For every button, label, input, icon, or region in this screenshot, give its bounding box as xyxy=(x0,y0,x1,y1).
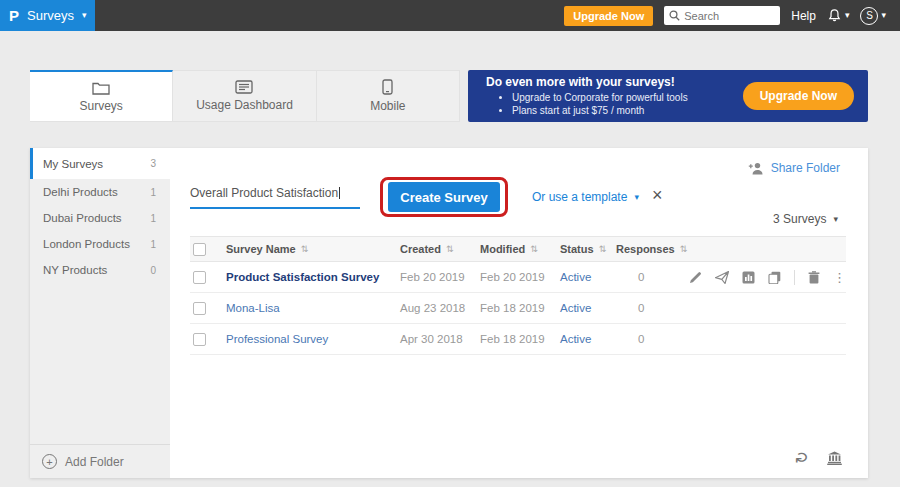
plus-circle-icon: + xyxy=(42,454,57,469)
modified-date: Feb 18 2019 xyxy=(480,302,560,314)
sort-icon[interactable]: ⇅ xyxy=(301,244,309,254)
create-survey-button[interactable]: Create Survey xyxy=(388,182,500,212)
chevron-down-icon: ▾ xyxy=(833,215,838,224)
folder-count: 0 xyxy=(150,265,156,276)
folder-count: 3 xyxy=(150,158,156,169)
folder-label: Delhi Products xyxy=(43,186,118,198)
restore-icon[interactable]: ↻ xyxy=(793,451,811,464)
row-checkbox[interactable] xyxy=(193,302,206,315)
banner-upgrade-button[interactable]: Upgrade Now xyxy=(743,82,854,110)
created-date: Apr 30 2018 xyxy=(400,333,480,345)
col-responses[interactable]: Responses xyxy=(616,243,675,255)
survey-name-link[interactable]: Product Satisfaction Survey xyxy=(226,271,379,283)
table-row: Professional Survey Apr 30 2018 Feb 18 2… xyxy=(190,324,846,355)
folder-label: Dubai Products xyxy=(43,212,122,224)
search-icon xyxy=(669,10,680,21)
report-chart-icon[interactable] xyxy=(742,271,755,284)
folder-count: 1 xyxy=(150,239,156,250)
tab-mobile[interactable]: Mobile xyxy=(317,71,459,121)
surveys-count-dropdown[interactable]: 3 Surveys ▾ xyxy=(773,212,838,226)
tab-usage-dashboard[interactable]: Usage Dashboard xyxy=(173,71,316,121)
status-badge[interactable]: Active xyxy=(560,302,591,314)
responses-count: 0 xyxy=(616,271,678,283)
folder-label: NY Products xyxy=(43,264,107,276)
sort-icon[interactable]: ⇅ xyxy=(680,244,688,254)
account-menu[interactable]: S ▾ xyxy=(860,7,886,25)
chevron-down-icon: ▾ xyxy=(881,11,886,20)
avatar: S xyxy=(860,7,878,25)
app-menu[interactable]: P Surveys ▾ xyxy=(0,0,95,31)
mobile-icon xyxy=(382,79,393,95)
chevron-down-icon: ▾ xyxy=(82,11,87,20)
app-logo-icon: P xyxy=(9,7,19,24)
responses-count: 0 xyxy=(616,333,678,345)
banner-bullet: Upgrade to Corporate for powerful tools xyxy=(512,91,688,105)
close-icon[interactable]: × xyxy=(652,185,663,206)
chevron-down-icon: ▾ xyxy=(845,11,850,20)
survey-bank-icon[interactable] xyxy=(827,451,842,465)
sidebar-item-london-products[interactable]: London Products 1 xyxy=(30,231,170,257)
sidebar-item-dubai-products[interactable]: Dubai Products 1 xyxy=(30,205,170,231)
table-row: Mona-Lisa Aug 23 2018 Feb 18 2019 Active… xyxy=(190,293,846,324)
section-tabs: Surveys Usage Dashboard Mobile xyxy=(30,70,460,122)
row-checkbox[interactable] xyxy=(193,333,206,346)
status-badge[interactable]: Active xyxy=(560,333,591,345)
add-folder-button[interactable]: + Add Folder xyxy=(30,444,170,478)
sidebar-item-delhi-products[interactable]: Delhi Products 1 xyxy=(30,179,170,205)
upgrade-now-button[interactable]: Upgrade Now xyxy=(564,6,653,26)
col-status[interactable]: Status xyxy=(560,243,594,255)
sort-icon[interactable]: ⇅ xyxy=(599,244,607,254)
help-link[interactable]: Help xyxy=(791,9,816,23)
search-input[interactable] xyxy=(684,10,769,22)
folder-tools: ↻ xyxy=(795,450,842,465)
content-card: My Surveys 3 Delhi Products 1 Dubai Prod… xyxy=(30,148,868,478)
add-folder-label: Add Folder xyxy=(65,455,124,469)
created-date: Feb 20 2019 xyxy=(400,271,480,283)
col-survey-name[interactable]: Survey Name xyxy=(226,243,296,255)
col-created[interactable]: Created xyxy=(400,243,441,255)
use-template-dropdown[interactable]: Or use a template ▾ xyxy=(532,190,639,204)
modified-date: Feb 18 2019 xyxy=(480,333,560,345)
col-modified[interactable]: Modified xyxy=(480,243,525,255)
survey-name-link[interactable]: Mona-Lisa xyxy=(226,302,280,314)
table-header: Survey Name⇅ Created⇅ Modified⇅ Status⇅ … xyxy=(190,236,846,262)
modified-date: Feb 20 2019 xyxy=(480,271,560,283)
row-checkbox[interactable] xyxy=(193,271,206,284)
tab-label: Mobile xyxy=(370,99,405,113)
chevron-down-icon: ▾ xyxy=(634,193,639,202)
folder-label: London Products xyxy=(43,238,130,250)
responses-count: 0 xyxy=(616,302,678,314)
share-folder-button[interactable]: Share Folder xyxy=(748,161,840,175)
text-cursor xyxy=(339,187,340,199)
sidebar-item-my-surveys[interactable]: My Surveys 3 xyxy=(30,148,170,179)
more-options-icon[interactable]: ⋮ xyxy=(833,271,846,284)
upgrade-banner: Do even more with your surveys! Upgrade … xyxy=(468,70,868,122)
copy-icon[interactable] xyxy=(768,271,781,284)
surveys-pane: Share Folder Overall Product Satisfactio… xyxy=(170,148,868,478)
folder-icon xyxy=(92,81,110,95)
banner-bullet: Plans start at just $75 / month xyxy=(512,104,688,118)
survey-name-input[interactable]: Overall Product Satisfaction xyxy=(190,186,360,209)
share-folder-label: Share Folder xyxy=(771,161,840,175)
actions-divider xyxy=(794,270,795,285)
app-menu-label: Surveys xyxy=(27,8,74,23)
edit-icon[interactable] xyxy=(689,271,702,284)
sort-icon[interactable]: ⇅ xyxy=(530,244,538,254)
folder-count: 1 xyxy=(150,187,156,198)
status-badge[interactable]: Active xyxy=(560,271,591,283)
create-survey-row: Overall Product Satisfaction Create Surv… xyxy=(190,182,846,220)
send-icon[interactable] xyxy=(715,271,729,284)
select-all-checkbox[interactable] xyxy=(193,243,206,256)
banner-title: Do even more with your surveys! xyxy=(486,75,688,89)
surveys-table: Survey Name⇅ Created⇅ Modified⇅ Status⇅ … xyxy=(190,236,846,355)
bell-icon xyxy=(827,8,842,23)
search-box[interactable] xyxy=(664,6,780,25)
sort-icon[interactable]: ⇅ xyxy=(446,244,454,254)
delete-icon[interactable] xyxy=(808,271,820,284)
sidebar-item-ny-products[interactable]: NY Products 0 xyxy=(30,257,170,283)
dashboard-icon xyxy=(235,80,253,94)
table-row: Product Satisfaction Survey Feb 20 2019 … xyxy=(190,262,846,293)
tab-surveys[interactable]: Surveys xyxy=(30,70,173,121)
survey-name-link[interactable]: Professional Survey xyxy=(226,333,328,345)
notifications-menu[interactable]: ▾ xyxy=(827,8,850,23)
